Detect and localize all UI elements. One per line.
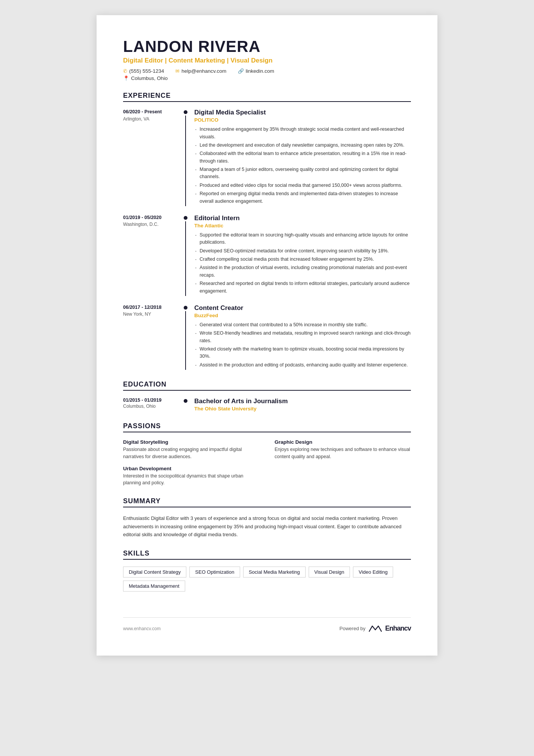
location-icon: 📍 xyxy=(123,75,129,81)
bullet-2-1: Supported the editorial team in sourcing… xyxy=(194,232,411,246)
bullet-2-5: Researched and reported on digital trend… xyxy=(194,280,411,295)
powered-by-text: Powered by xyxy=(339,626,365,631)
skill-tag-5: Video Editing xyxy=(353,567,393,578)
skill-tag-4: Visual Design xyxy=(309,567,350,578)
footer-website: www.enhancv.com xyxy=(123,626,161,631)
experience-section: EXPERIENCE 06/2020 - Present Arlington, … xyxy=(123,92,411,370)
exp-company-1: POLITICO xyxy=(194,117,411,123)
phone-icon: ✆ xyxy=(123,68,127,74)
summary-title: SUMMARY xyxy=(123,497,411,507)
exp-location-1: Arlington, VA xyxy=(123,116,180,122)
passion-desc-2: Enjoys exploring new techniques and soft… xyxy=(275,446,411,460)
enhancv-icon xyxy=(368,625,382,633)
exp-title-2: Editorial Intern xyxy=(194,214,411,222)
skill-tag-3: Social Media Marketing xyxy=(243,567,306,578)
summary-section: SUMMARY Enthusiastic Digital Editor with… xyxy=(123,497,411,538)
edu-entry-1: 01/2015 - 01/2019 Columbus, Ohio Bachelo… xyxy=(123,398,411,412)
exp-title-1: Digital Media Specialist xyxy=(194,109,411,116)
exp-dot-1 xyxy=(184,110,187,114)
exp-right-1: Digital Media Specialist POLITICO Increa… xyxy=(194,109,411,206)
exp-dot-3 xyxy=(184,306,187,310)
edu-right-1: Bachelor of Arts in Journalism The Ohio … xyxy=(194,398,411,412)
header: LANDON RIVERA Digital Editor | Content M… xyxy=(123,38,411,81)
exp-line-3 xyxy=(185,311,186,370)
education-section: EDUCATION 01/2015 - 01/2019 Columbus, Oh… xyxy=(123,380,411,412)
exp-right-2: Editorial Intern The Atlantic Supported … xyxy=(194,214,411,296)
exp-right-3: Content Creator BuzzFeed Generated viral… xyxy=(194,304,411,370)
bullet-1-4: Managed a team of 5 junior editors, over… xyxy=(194,166,411,181)
candidate-tagline: Digital Editor | Content Marketing | Vis… xyxy=(123,57,411,64)
skills-row-2: Metadata Management xyxy=(123,581,411,595)
exp-left-1: 06/2020 - Present Arlington, VA xyxy=(123,109,184,206)
bullet-2-4: Assisted in the production of virtual ev… xyxy=(194,264,411,279)
skill-tag-6: Metadata Management xyxy=(123,581,185,592)
exp-bullets-1: Increased online engagement by 35% throu… xyxy=(194,126,411,205)
skills-title: SKILLS xyxy=(123,549,411,560)
passion-desc-3: Interested in the sociopolitical dynamic… xyxy=(123,473,259,487)
passions-grid: Digital Storytelling Passionate about cr… xyxy=(123,439,411,487)
exp-company-2: The Atlantic xyxy=(194,223,411,229)
edu-location-1: Columbus, Ohio xyxy=(123,404,180,409)
passion-item-3: Urban Development Interested in the soci… xyxy=(123,466,259,487)
linkedin-url: linkedin.com xyxy=(246,68,274,74)
bullet-1-1: Increased online engagement by 35% throu… xyxy=(194,126,411,141)
passion-name-1: Digital Storytelling xyxy=(123,439,259,445)
resume-page: LANDON RIVERA Digital Editor | Content M… xyxy=(97,15,437,656)
bullet-2-3: Crafted compelling social media posts th… xyxy=(194,256,411,263)
exp-location-2: Washington, D.C. xyxy=(123,222,180,227)
skills-row: Digital Content Strategy SEO Optimizatio… xyxy=(123,567,411,581)
email-contact: ✉ help@enhancv.com xyxy=(175,68,226,74)
brand-name: Enhancv xyxy=(385,625,411,632)
exp-location-3: New York, NY xyxy=(123,311,180,317)
exp-company-3: BuzzFeed xyxy=(194,313,411,318)
edu-left-1: 01/2015 - 01/2019 Columbus, Ohio xyxy=(123,398,184,412)
contact-row-2: 📍 Columbus, Ohio xyxy=(123,75,411,81)
email-address: help@enhancv.com xyxy=(181,68,226,74)
phone-number: (555) 555-1234 xyxy=(129,68,164,74)
email-icon: ✉ xyxy=(175,68,180,74)
exp-divider-1 xyxy=(184,109,187,206)
bullet-1-2: Led the development and execution of dai… xyxy=(194,142,411,149)
exp-bullets-3: Generated viral content that contributed… xyxy=(194,321,411,369)
passion-desc-1: Passionate about creating engaging and i… xyxy=(123,446,259,460)
exp-divider-3 xyxy=(184,304,187,370)
exp-entry-2: 01/2019 - 05/2020 Washington, D.C. Edito… xyxy=(123,214,411,296)
summary-text: Enthusiastic Digital Editor with 3 years… xyxy=(123,514,411,538)
exp-date-2: 01/2019 - 05/2020 xyxy=(123,214,180,221)
exp-date-3: 06/2017 - 12/2018 xyxy=(123,304,180,311)
passion-item-1: Digital Storytelling Passionate about cr… xyxy=(123,439,259,460)
edu-divider-1 xyxy=(184,398,187,412)
footer: www.enhancv.com Powered by Enhancv xyxy=(123,617,411,633)
skill-tag-2: SEO Optimization xyxy=(189,567,240,578)
candidate-name: LANDON RIVERA xyxy=(123,38,411,55)
bullet-1-3: Collaborated with the editorial team to … xyxy=(194,150,411,165)
bullet-3-2: Wrote SEO-friendly headlines and metadat… xyxy=(194,330,411,344)
linkedin-contact: 🔗 linkedin.com xyxy=(238,68,274,74)
bullet-3-4: Assisted in the production and editing o… xyxy=(194,362,411,369)
experience-entries: 06/2020 - Present Arlington, VA Digital … xyxy=(123,109,411,370)
exp-dot-2 xyxy=(184,216,187,220)
linkedin-icon: 🔗 xyxy=(238,68,244,74)
location-text: Columbus, Ohio xyxy=(131,75,168,81)
phone-contact: ✆ (555) 555-1234 xyxy=(123,68,164,74)
bullet-1-5: Produced and edited video clips for soci… xyxy=(194,182,411,189)
exp-left-2: 01/2019 - 05/2020 Washington, D.C. xyxy=(123,214,184,296)
edu-dot-1 xyxy=(184,399,187,403)
skill-tag-1: Digital Content Strategy xyxy=(123,567,186,578)
experience-title: EXPERIENCE xyxy=(123,92,411,102)
passions-title: PASSIONS xyxy=(123,422,411,432)
skills-section: SKILLS Digital Content Strategy SEO Opti… xyxy=(123,549,411,595)
exp-line-1 xyxy=(185,116,186,206)
passion-name-3: Urban Development xyxy=(123,466,259,471)
exp-date-1: 06/2020 - Present xyxy=(123,109,180,116)
bullet-3-3: Worked closely with the marketing team t… xyxy=(194,346,411,360)
location-contact: 📍 Columbus, Ohio xyxy=(123,75,168,81)
edu-date-1: 01/2015 - 01/2019 xyxy=(123,398,180,403)
education-title: EDUCATION xyxy=(123,380,411,391)
exp-left-3: 06/2017 - 12/2018 New York, NY xyxy=(123,304,184,370)
passions-section: PASSIONS Digital Storytelling Passionate… xyxy=(123,422,411,487)
passion-name-2: Graphic Design xyxy=(275,439,411,445)
bullet-2-2: Developed SEO-optimized metadata for onl… xyxy=(194,247,411,255)
exp-entry-1: 06/2020 - Present Arlington, VA Digital … xyxy=(123,109,411,206)
footer-brand: Powered by Enhancv xyxy=(339,625,411,633)
